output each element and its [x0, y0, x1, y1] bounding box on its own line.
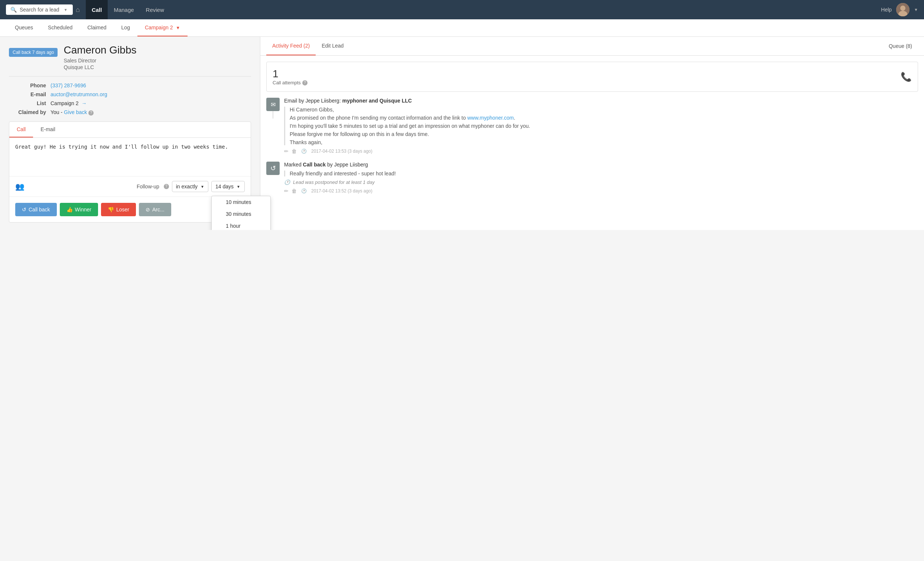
top-nav: 🔍 Search for a lead ▼ ⌂ Call Manage Revi… — [0, 0, 924, 19]
timeline-connector — [273, 111, 273, 119]
home-icon[interactable]: ⌂ — [76, 6, 80, 14]
postpone-clock-icon: 🕐 — [284, 179, 290, 185]
callback-title: Marked Call back by Jeppe Liisberg — [284, 162, 918, 168]
right-tabs: Activity Feed (2) Edit Lead Queue (8) — [260, 37, 924, 56]
callback-timeline-content: Marked Call back by Jeppe Liisberg Reall… — [284, 162, 918, 194]
value-chevron-icon: ▼ — [237, 185, 240, 189]
edit-icon[interactable]: ✏ — [284, 148, 289, 154]
email-timeline-content: Email by Jeppe Liisberg: myphoner and Qu… — [284, 98, 918, 154]
clock-icon-0: 🕐 — [301, 149, 307, 154]
phone-icon: 📞 — [901, 72, 912, 82]
timeline-item-0: ✉ Email by Jeppe Liisberg: myphoner and … — [266, 98, 918, 154]
call-tabs: Call E-mail — [9, 122, 250, 138]
email-quote: Hi Cameron Gibbs, As promised on the pho… — [284, 107, 918, 145]
archive-button[interactable]: ⊘ Arc... — [139, 203, 171, 216]
callback-quote: Really friendly and interested - super h… — [284, 170, 918, 176]
thumbs-down-icon: 👎 — [108, 206, 114, 212]
archive-icon: ⊘ — [146, 206, 150, 212]
subnav-campaign[interactable]: Campaign 2 ▼ — [137, 19, 188, 36]
campaign-dropdown-icon: ▼ — [176, 25, 180, 30]
postponed-note: 🕐 Lead was postponed for at least 1 day — [284, 179, 918, 185]
avatar-chevron[interactable]: ▼ — [914, 8, 918, 12]
list-value: Campaign 2 → — [51, 100, 251, 106]
give-back-link[interactable]: Give back — [64, 109, 87, 115]
lead-company: Quisque LLC — [63, 64, 136, 70]
delete-icon-2[interactable]: 🗑 — [291, 188, 297, 194]
callback-button[interactable]: ↺ Call back — [15, 203, 57, 216]
claimed-label: Claimed by — [9, 109, 46, 116]
queue-label: Queue (8) — [883, 37, 918, 55]
nav-right: Help ▼ — [881, 3, 918, 17]
divider-1 — [9, 76, 251, 77]
chevron-down-icon: ▼ — [64, 8, 68, 12]
email-value[interactable]: auctor@etrutrumnon.org — [51, 92, 251, 97]
subnav-log[interactable]: Log — [114, 19, 137, 36]
timeline-item-1: ↺ Marked Call back by Jeppe Liisberg Rea… — [266, 162, 918, 194]
nav-review[interactable]: Review — [140, 0, 170, 19]
tab-activity-feed[interactable]: Activity Feed (2) — [266, 37, 316, 56]
phone-label: Phone — [9, 83, 46, 89]
stats-help-icon[interactable]: ? — [302, 80, 308, 86]
subnav-claimed[interactable]: Claimed — [80, 19, 114, 36]
search-icon: 🔍 — [10, 7, 17, 13]
subnav-queues[interactable]: Queues — [8, 19, 40, 36]
nav-manage[interactable]: Manage — [108, 0, 140, 19]
nav-links: Call Manage Review — [86, 0, 170, 19]
tab-call[interactable]: Call — [9, 122, 33, 137]
list-arrow-icon[interactable]: → — [81, 100, 87, 106]
follow-up-help-icon[interactable]: ? — [164, 184, 169, 189]
people-icon: 👥 — [15, 182, 24, 191]
loser-button[interactable]: 👎 Loser — [101, 203, 136, 216]
timeline: ✉ Email by Jeppe Liisberg: myphoner and … — [260, 98, 924, 194]
refresh-icon: ↺ — [22, 206, 26, 212]
call-attempts-label: Call attempts ? — [273, 80, 308, 86]
email-footer: ✏ 🗑 🕐 2017-04-02 13:53 (3 days ago) — [284, 148, 918, 154]
delete-icon[interactable]: 🗑 — [291, 148, 297, 154]
dropdown-item-0[interactable]: 10 minutes — [212, 196, 270, 208]
email-title: Email by Jeppe Liisberg: myphoner and Qu… — [284, 98, 918, 104]
phone-value[interactable]: (337) 287-9696 — [51, 83, 251, 89]
main-content: Call back 7 days ago Cameron Gibbs Sales… — [0, 37, 924, 230]
call-attempts-number: 1 — [273, 68, 308, 80]
edit-icon-2[interactable]: ✏ — [284, 188, 289, 194]
lead-header: Call back 7 days ago Cameron Gibbs Sales… — [9, 44, 251, 70]
subnav-scheduled[interactable]: Scheduled — [40, 19, 80, 36]
email-label: E-mail — [9, 92, 46, 97]
myphoner-link[interactable]: www.myphoner.com — [467, 115, 514, 121]
follow-up-value-select[interactable]: 14 days ▼ — [212, 181, 245, 192]
clock-icon-1: 🕐 — [301, 188, 307, 194]
left-panel: Call back 7 days ago Cameron Gibbs Sales… — [0, 37, 260, 230]
help-label[interactable]: Help — [881, 7, 892, 13]
call-note-input[interactable] — [9, 138, 250, 175]
winner-button[interactable]: 👍 Winner — [60, 203, 98, 216]
stats-card: 1 Call attempts ? 📞 — [266, 62, 918, 92]
follow-up-area: 👥 Follow-up ? in exactly ▼ 14 days ▼ — [9, 176, 250, 197]
follow-up-label: Follow-up — [136, 183, 159, 190]
callout-badge: Call back 7 days ago — [9, 48, 58, 57]
sub-nav: Queues Scheduled Claimed Log Campaign 2 … — [0, 19, 924, 37]
svg-point-1 — [900, 6, 905, 11]
email-timeline-icon: ✉ — [266, 98, 280, 111]
claimed-value: You - Give back ? — [51, 109, 251, 116]
tab-edit-lead[interactable]: Edit Lead — [316, 37, 350, 56]
thumbs-up-icon: 👍 — [66, 206, 73, 212]
preset-chevron-icon: ▼ — [201, 185, 204, 189]
dropdown-menu: 10 minutes 30 minutes 1 hour 21 hou — [212, 196, 271, 230]
search-placeholder: Search for a lead — [20, 7, 59, 13]
lead-title: Sales Director — [63, 57, 136, 63]
nav-call[interactable]: Call — [86, 0, 108, 19]
follow-up-preset-select[interactable]: in exactly ▼ — [172, 181, 208, 192]
dropdown-item-1[interactable]: 30 minutes — [212, 208, 270, 220]
give-back-help-icon[interactable]: ? — [88, 110, 94, 116]
call-card: Call E-mail 👥 Follow-up ? in exactly ▼ 1… — [9, 122, 251, 223]
follow-up-value-wrapper: 14 days ▼ 10 minutes 30 minutes — [212, 181, 245, 192]
search-box[interactable]: 🔍 Search for a lead ▼ — [6, 5, 73, 15]
avatar[interactable] — [896, 3, 909, 17]
lead-name: Cameron Gibbs — [63, 44, 136, 56]
callback-timeline-icon: ↺ — [266, 162, 280, 175]
callback-footer: ✏ 🗑 🕐 2017-04-02 13:52 (3 days ago) — [284, 188, 918, 194]
dropdown-item-2[interactable]: 1 hour — [212, 220, 270, 230]
tab-email[interactable]: E-mail — [33, 122, 63, 137]
list-label: List — [9, 100, 46, 106]
contact-info: Phone (337) 287-9696 E-mail auctor@etrut… — [9, 83, 251, 116]
